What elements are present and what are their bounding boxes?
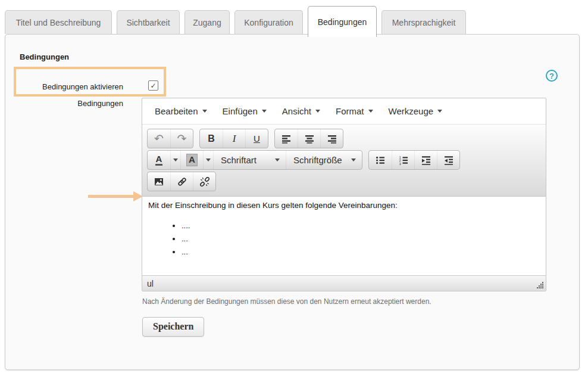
italic-icon: I [233,133,236,145]
text-color-icon: A [155,154,163,166]
tab-label: Sichtbarkeit [126,18,170,27]
font-group: A A Schriftart Schriftgröße [147,150,362,170]
background-color-dropdown[interactable] [203,151,213,169]
align-left-button[interactable] [275,129,298,148]
caret-down-icon [351,159,356,161]
editor-content-area[interactable]: Mit der Einschreibung in diesen Kurs gel… [142,197,546,275]
tab-zugang[interactable]: Zugang [184,10,230,34]
caret-down-icon [206,159,211,161]
menu-label: Einfügen [223,106,258,116]
editor-intro-text: Mit der Einschreibung in diesen Kurs gel… [148,201,540,210]
list-item: ... [182,246,540,259]
caret-down-icon [173,159,178,161]
tab-sichtbarkeit[interactable]: Sichtbarkeit [117,10,180,34]
font-size-value: Schriftgröße [293,155,342,165]
bullet-list-button[interactable] [369,151,392,169]
menu-bearbeiten[interactable]: Bearbeiten [147,98,215,124]
toolbar-row-1: ↶ ↷ B I U [147,129,541,148]
tab-label: Titel und Beschreibung [16,18,101,27]
indent-icon [421,156,431,165]
caret-down-icon [437,110,442,113]
undo-icon: ↶ [154,133,164,144]
page: Titel und Beschreibung Sichtbarkeit Zuga… [0,0,588,379]
menu-einfuegen[interactable]: Einfügen [215,98,274,124]
annotation-arrow-icon [133,191,142,201]
menu-label: Werkzeuge [389,106,434,116]
editor-field-label: Bedingungen [17,99,123,108]
unlink-icon [200,177,209,187]
list-group: 123 [368,150,460,170]
editor-toolbar: ↶ ↷ B I U [142,124,546,197]
align-right-button[interactable] [320,129,343,148]
font-family-select[interactable]: Schriftart [213,151,286,169]
caret-down-icon [315,110,320,113]
underline-icon: U [254,133,260,144]
align-group [274,129,343,148]
tab-label: Bedingungen [318,17,367,27]
resize-grip-icon[interactable] [537,282,544,289]
insert-group [147,172,216,191]
bullet-list-icon [376,156,385,165]
menu-werkzeuge[interactable]: Werkzeuge [381,98,451,124]
italic-button[interactable]: I [223,129,245,148]
activate-checkbox[interactable]: ✓ [148,80,158,91]
editor-statusbar: ul [142,275,546,291]
undo-button[interactable]: ↶ [148,129,170,148]
font-size-select[interactable]: Schriftgröße [286,151,362,169]
highlight-annotation-box [14,67,166,97]
menu-format[interactable]: Format [328,98,381,124]
numbered-list-button[interactable]: 123 [392,151,414,169]
section-heading: Bedingungen [20,52,69,61]
insert-link-button[interactable] [170,172,193,191]
list-item: ... [182,232,540,246]
background-color-button[interactable]: A [180,151,203,169]
menu-label: Bearbeiten [155,106,198,116]
editor-menubar: Bearbeiten Einfügen Ansicht Format Werkz… [142,98,546,124]
underline-button[interactable]: U [245,129,268,148]
tab-titel-und-beschreibung[interactable]: Titel und Beschreibung [5,10,112,34]
toolbar-row-3 [147,172,541,191]
richtext-editor: Bearbeiten Einfügen Ansicht Format Werkz… [142,98,546,291]
annotation-arrow-line [88,195,135,197]
tab-konfiguration[interactable]: Konfiguration [234,10,303,34]
caret-down-icon [262,110,267,113]
outdent-icon [444,156,453,165]
caret-down-icon [368,110,373,113]
text-color-button[interactable]: A [148,151,170,169]
save-button[interactable]: Speichern [142,317,204,337]
format-group: B I U [199,129,268,148]
background-color-icon: A [186,154,198,166]
bold-button[interactable]: B [200,129,223,148]
element-path[interactable]: ul [142,279,154,288]
tab-label: Mehrsprachigkeit [392,18,456,27]
align-center-button[interactable] [298,129,320,148]
caret-down-icon [275,159,280,161]
tab-bedingungen[interactable]: Bedingungen [308,6,377,37]
help-icon[interactable]: ? [546,70,558,82]
menu-ansicht[interactable]: Ansicht [274,98,328,124]
settings-panel: Bedingungen ? Bedingungen aktivieren ✓ B… [5,34,580,370]
redo-button[interactable]: ↷ [170,129,193,148]
redo-icon: ↷ [177,133,187,144]
svg-text:3: 3 [399,161,401,164]
link-icon [177,177,187,187]
indent-button[interactable] [414,151,437,169]
list-item: .... [182,219,540,232]
menu-label: Ansicht [282,106,311,116]
image-icon [154,177,164,187]
align-left-icon [282,134,291,144]
numbered-list-icon: 123 [399,156,408,165]
toolbar-row-2: A A Schriftart Schriftgröße 123 [147,150,541,170]
checkmark-icon: ✓ [150,82,156,90]
tab-mehrsprachigkeit[interactable]: Mehrsprachigkeit [381,10,466,34]
tab-label: Zugang [193,18,221,27]
help-glyph: ? [549,72,554,80]
outdent-button[interactable] [437,151,459,169]
tab-bar: Titel und Beschreibung Sichtbarkeit Zuga… [5,6,466,34]
editor-bullet-list: .... ... ... [148,219,540,259]
align-right-icon [327,134,337,144]
tab-label: Konfiguration [244,18,293,27]
insert-image-button[interactable] [148,172,170,191]
remove-link-button[interactable] [193,172,215,191]
text-color-dropdown[interactable] [170,151,180,169]
